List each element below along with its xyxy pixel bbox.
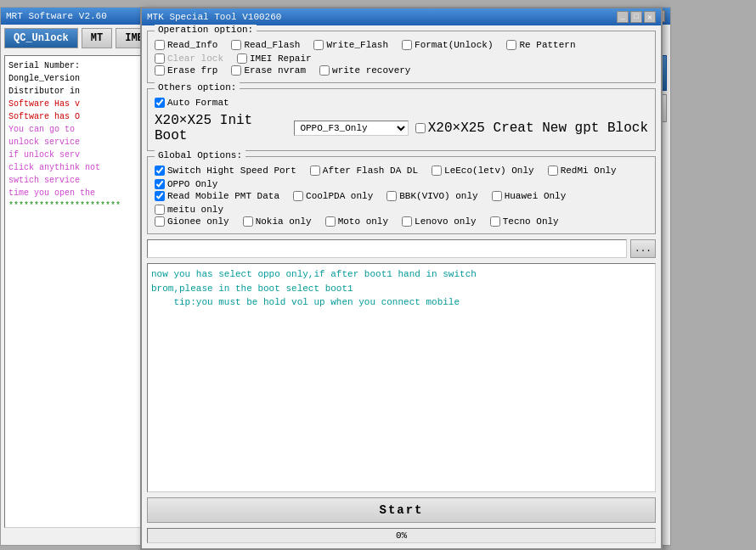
operation-checkboxes-row2: Erase frp Erase nvram write recovery: [155, 65, 648, 76]
read-flash-checkbox[interactable]: Read_Flash: [231, 40, 300, 50]
auto-format-checkbox[interactable]: Auto Format: [155, 98, 229, 108]
write-flash-checkbox[interactable]: Write_Flash: [313, 40, 388, 50]
re-pattern-checkbox[interactable]: Re Pattern: [506, 40, 575, 50]
erase-nvram-checkbox[interactable]: Erase nvram: [231, 65, 306, 76]
imei-repair-checkbox[interactable]: IMEI Repair: [237, 53, 312, 64]
mt-button[interactable]: MT: [82, 28, 112, 48]
mrt-title: MRT Software V2.60: [6, 11, 107, 21]
oppo-only-checkbox[interactable]: OPPO Only: [155, 179, 217, 189]
clear-lock-checkbox[interactable]: Clear lock: [155, 53, 223, 64]
browse-input[interactable]: [147, 239, 627, 258]
others-option-group: Others option: Auto Format X20×X25 Init …: [147, 88, 656, 151]
init-boot-row: X20×X25 Init Boot OPPO_F3_Only Default X…: [155, 113, 648, 143]
after-flash-da-dl-checkbox[interactable]: After Flash DA DL: [310, 166, 418, 176]
others-option-label: Others option:: [155, 82, 240, 93]
operation-option-group: Operation option: Read_Info Read_Flash W…: [147, 31, 656, 83]
mtk-titlebar-controls: _ □ ✕: [617, 11, 656, 23]
creat-gpt-label: X20×X25 Creat New gpt Block: [428, 121, 648, 136]
mtk-title: MTK Special Tool V100260: [147, 12, 281, 22]
creat-gpt-checkbox[interactable]: X20×X25 Creat New gpt Block: [415, 121, 648, 136]
meitu-only-checkbox[interactable]: meitu only: [155, 205, 223, 215]
mtk-log-line-3: tip:you must be hold vol up when you con…: [151, 295, 652, 310]
lenovo-only-checkbox[interactable]: Lenovo only: [402, 216, 477, 227]
read-info-checkbox[interactable]: Read_Info: [155, 40, 217, 50]
progress-text: 0%: [396, 530, 407, 541]
mtk-minimize-btn[interactable]: _: [617, 11, 629, 23]
global-options-label: Global Options:: [155, 150, 245, 160]
leeco-only-checkbox[interactable]: LeEco(letv) Only: [432, 166, 534, 176]
qc-unlock-button[interactable]: QC_Unlock: [4, 28, 78, 48]
switch-high-speed-port-checkbox[interactable]: Switch Hight Speed Port: [155, 166, 296, 176]
mtk-log-line-2: brom,please in the boot select boot1: [151, 282, 652, 296]
global-options-group: Global Options: Switch Hight Speed Port …: [147, 156, 656, 234]
global-checkboxes-row1: Switch Hight Speed Port After Flash DA D…: [155, 166, 648, 189]
others-row: Auto Format: [155, 98, 648, 108]
global-checkboxes-row3: Gionee only Nokia only Moto only Lenovo …: [155, 216, 648, 227]
nokia-only-checkbox[interactable]: Nokia only: [243, 216, 312, 227]
init-boot-select[interactable]: OPPO_F3_Only Default: [294, 121, 408, 136]
format-unlock-checkbox[interactable]: Format(Unlock): [402, 40, 493, 50]
browse-row: ...: [147, 239, 656, 258]
browse-button[interactable]: ...: [630, 239, 656, 258]
gionee-only-checkbox[interactable]: Gionee only: [155, 216, 229, 227]
mtk-dialog: MTK Special Tool V100260 _ □ ✕ Operation…: [140, 7, 663, 550]
global-checkboxes-row2: Read Mobile PMT Data CoolPDA only BBK(VI…: [155, 191, 648, 215]
start-button[interactable]: Start: [147, 497, 656, 523]
huawei-only-checkbox[interactable]: Huawei Only: [492, 191, 567, 201]
mtk-body: Operation option: Read_Info Read_Flash W…: [142, 25, 661, 548]
coolpda-only-checkbox[interactable]: CoolPDA only: [293, 191, 373, 201]
erase-frp-checkbox[interactable]: Erase frp: [155, 65, 217, 76]
write-recovery-checkbox[interactable]: write recovery: [319, 65, 410, 76]
mtk-maximize-btn[interactable]: □: [630, 11, 642, 23]
progress-bar: 0%: [147, 528, 656, 543]
operation-option-label: Operation option:: [155, 25, 257, 35]
moto-only-checkbox[interactable]: Moto only: [325, 216, 388, 227]
tecno-only-checkbox[interactable]: Tecno Only: [490, 216, 559, 227]
mtk-close-btn[interactable]: ✕: [644, 11, 656, 23]
bbk-vivo-only-checkbox[interactable]: BBK(VIVO) only: [386, 191, 477, 201]
mtk-log-area: now you has select oppo only,if after bo…: [147, 263, 656, 492]
redmi-only-checkbox[interactable]: RedMi Only: [548, 166, 617, 176]
read-mobile-pmt-checkbox[interactable]: Read Mobile PMT Data: [155, 191, 279, 201]
init-boot-label: X20×X25 Init Boot: [155, 113, 287, 143]
mtk-log-line-1: now you has select oppo only,if after bo…: [151, 267, 652, 282]
operation-checkboxes: Read_Info Read_Flash Write_Flash Format(…: [155, 40, 648, 64]
mtk-titlebar: MTK Special Tool V100260 _ □ ✕: [142, 8, 661, 25]
